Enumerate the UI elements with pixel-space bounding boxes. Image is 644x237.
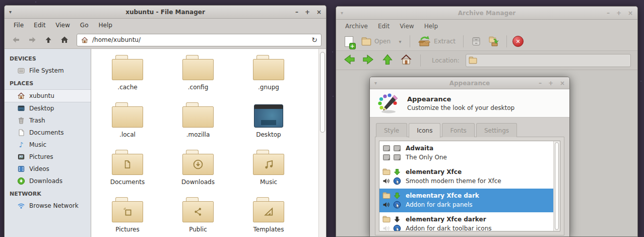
maximize-button[interactable]: + xyxy=(548,80,553,86)
placeholder-image-icon xyxy=(382,144,391,152)
menu-archive[interactable]: Archive xyxy=(340,21,373,32)
add-files-button[interactable] xyxy=(487,35,501,48)
window-menu-icon[interactable]: ▾ xyxy=(374,80,377,86)
file-item[interactable]: Public xyxy=(163,197,233,237)
tab-fonts[interactable]: Fonts xyxy=(442,123,474,137)
tab-icons[interactable]: Icons xyxy=(409,123,440,138)
file-item[interactable]: .config xyxy=(163,55,233,102)
theme-row-elementary-xfce-darker[interactable]: elementary Xfce darker Addon for dark to… xyxy=(379,212,560,231)
folder-icon xyxy=(112,55,143,80)
nav-forward-button[interactable] xyxy=(362,53,375,68)
sidebar-item-videos[interactable]: Videos xyxy=(5,163,91,175)
file-label: Templates xyxy=(253,226,284,233)
file-item[interactable]: Pictures xyxy=(92,197,163,237)
up-button[interactable] xyxy=(41,33,55,46)
file-item[interactable]: Music xyxy=(233,150,304,197)
file-item[interactable]: .local xyxy=(92,102,163,150)
file-item[interactable]: Documents xyxy=(92,150,163,197)
toolbar-separator xyxy=(410,35,410,47)
close-button[interactable]: × xyxy=(560,80,565,86)
sidebar-item-downloads[interactable]: Downloads xyxy=(5,175,91,187)
open-folder-icon xyxy=(361,37,371,46)
stop-button[interactable]: ✕ xyxy=(512,36,524,47)
scrollbar-thumb[interactable] xyxy=(320,52,325,133)
minimize-button[interactable]: – xyxy=(295,9,298,15)
nav-back-button[interactable] xyxy=(343,53,356,68)
sidebar-item-pictures[interactable]: Pictures xyxy=(5,151,91,163)
menu-help[interactable]: Help xyxy=(93,20,117,31)
home-button[interactable] xyxy=(57,33,72,46)
path-bar[interactable]: /home/xubuntu/ ↻ xyxy=(77,34,321,46)
extract-button[interactable]: Extract xyxy=(416,35,458,48)
forward-button[interactable] xyxy=(25,33,39,46)
maximize-button[interactable]: + xyxy=(616,10,621,16)
file-item[interactable]: .gnupg xyxy=(233,55,304,102)
desktop-dot xyxy=(640,81,641,82)
nav-home-button[interactable] xyxy=(400,53,412,68)
file-item[interactable]: Templates xyxy=(233,197,304,237)
appearance-dialog[interactable]: ▾ Appearance – + × xyxy=(369,77,570,237)
sidebar-item-label: Documents xyxy=(29,129,63,136)
folder-icon xyxy=(253,55,284,80)
back-button[interactable] xyxy=(9,33,23,46)
file-item[interactable]: Downloads xyxy=(163,150,233,197)
close-button[interactable]: × xyxy=(628,10,633,16)
theme-name: elementary Xfce xyxy=(406,168,462,175)
sidebar-item-documents[interactable]: Documents xyxy=(5,127,91,139)
archive-manager-titlebar[interactable]: ▾ Archive Manager – + × xyxy=(336,7,637,20)
file-item[interactable]: .mozilla xyxy=(163,102,233,150)
theme-name: Adwaita xyxy=(406,145,433,152)
appearance-titlebar[interactable]: ▾ Appearance – + × xyxy=(370,77,569,89)
minimize-button[interactable]: – xyxy=(539,80,542,86)
menu-go[interactable]: Go xyxy=(75,20,94,31)
navbar-separator xyxy=(420,54,421,67)
maximize-button[interactable]: + xyxy=(305,9,310,15)
green-forward-icon xyxy=(362,53,375,66)
window-menu-icon[interactable]: ▾ xyxy=(341,10,343,16)
document-icon xyxy=(17,129,25,137)
file-item[interactable]: Desktop xyxy=(233,102,304,150)
file-manager-titlebar[interactable]: ▾ xubuntu - File Manager – + × xyxy=(5,6,326,19)
refresh-icon[interactable]: ↻ xyxy=(311,36,317,44)
tab-style[interactable]: Style xyxy=(376,123,407,137)
menu-edit[interactable]: Edit xyxy=(29,20,50,31)
nav-up-button[interactable] xyxy=(381,53,394,68)
folder-icon xyxy=(112,102,143,128)
open-button[interactable]: Open xyxy=(359,35,393,48)
toolbar-separator xyxy=(506,35,507,47)
close-button[interactable]: × xyxy=(316,9,321,15)
scrollbar-thumb[interactable] xyxy=(555,142,559,230)
file-item[interactable]: .cache xyxy=(92,55,163,102)
theme-list-scrollbar[interactable] xyxy=(553,141,560,231)
window-menu-icon[interactable]: ▾ xyxy=(9,9,12,15)
appearance-palette-icon xyxy=(376,92,400,114)
minimize-button[interactable]: – xyxy=(607,10,610,16)
theme-row-elementary-xfce[interactable]: elementary Xfce Smooth modern theme for … xyxy=(379,165,560,189)
placeholder-image-icon xyxy=(393,153,401,161)
view-archive-button[interactable] xyxy=(469,35,483,48)
new-archive-button[interactable]: + xyxy=(342,35,356,48)
theme-row-adwaita[interactable]: Adwaita The Only One xyxy=(379,141,560,165)
sidebar-item-browse-network[interactable]: Browse Network xyxy=(5,200,91,212)
file-manager-window[interactable]: ▾ xubuntu - File Manager – + × File Edit… xyxy=(4,5,327,237)
sidebar-item-desktop[interactable]: Desktop xyxy=(5,102,91,114)
sidebar-item-xubuntu[interactable]: xubuntu xyxy=(5,89,91,102)
globe-cursor-icon xyxy=(393,224,401,231)
location-entry[interactable] xyxy=(466,54,631,67)
sidebar-item-music[interactable]: ♪ Music xyxy=(5,139,91,151)
menu-view[interactable]: View xyxy=(50,20,75,31)
menu-file[interactable]: File xyxy=(9,20,29,31)
menu-help[interactable]: Help xyxy=(419,21,443,32)
globe-cursor-icon xyxy=(393,201,401,209)
file-pane-scrollbar[interactable] xyxy=(318,49,326,237)
open-dropdown-button[interactable]: ▾ xyxy=(396,35,404,48)
sidebar-item-trash[interactable]: Trash xyxy=(5,114,91,127)
home-icon xyxy=(17,92,25,100)
theme-row-elementary-xfce-dark[interactable]: elementary Xfce dark Addon for dark pane… xyxy=(379,189,560,212)
tab-settings[interactable]: Settings xyxy=(476,123,517,137)
theme-name: elementary Xfce dark xyxy=(406,192,479,199)
menu-view[interactable]: View xyxy=(395,21,419,32)
download-icon xyxy=(17,177,25,185)
sidebar-item-file-system[interactable]: File System xyxy=(5,65,91,77)
menu-edit[interactable]: Edit xyxy=(373,21,395,32)
